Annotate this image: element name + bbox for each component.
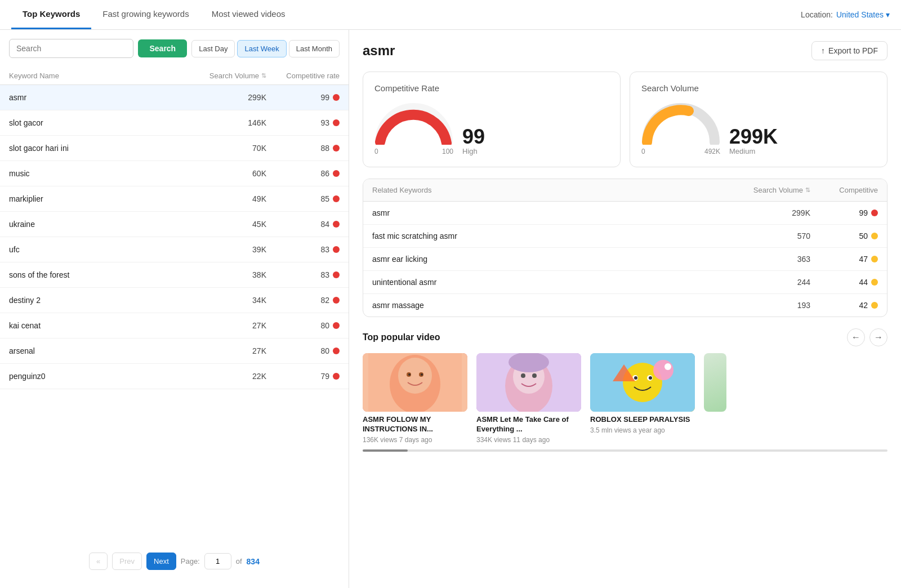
row-rate-value: 88 — [320, 144, 329, 153]
row-rate-value: 80 — [320, 321, 329, 330]
table-row[interactable]: destiny 2 34K 82 — [0, 288, 349, 313]
video-meta: 334K views 11 days ago — [476, 436, 581, 444]
row-search-volume: 34K — [193, 296, 266, 305]
video-thumbnail — [476, 353, 581, 412]
row-rate-value: 80 — [320, 346, 329, 355]
search-button[interactable]: Search — [138, 39, 187, 57]
prev-page-button[interactable]: Prev — [112, 553, 142, 570]
related-keyword-name: asmr ear licking — [372, 255, 731, 264]
related-keyword-volume: 193 — [731, 301, 810, 310]
table-row[interactable]: slot gacor 146K 93 — [0, 110, 349, 136]
main-layout: Search Last Day Last Week Last Month Key… — [0, 30, 901, 588]
row-competitive-rate: 79 — [266, 372, 340, 381]
table-row[interactable]: markiplier 49K 85 — [0, 186, 349, 212]
row-rate-value: 83 — [320, 245, 329, 254]
row-rate-dot — [333, 373, 340, 380]
svg-point-11 — [521, 373, 525, 378]
videos-scrollbar[interactable] — [363, 449, 887, 452]
video-card[interactable]: ASMR FOLLOW MY INSTRUCTIONS IN... 136K v… — [363, 353, 467, 444]
row-keyword-name: penguinz0 — [9, 372, 193, 381]
related-keyword-row[interactable]: asmr massage 193 42 — [363, 294, 887, 317]
video-card[interactable]: ROBLOX SLEEP PARALYSIS 3.5 mln views a y… — [590, 353, 695, 444]
export-pdf-button[interactable]: ↑ Export to PDF — [811, 41, 887, 60]
row-rate-value: 99 — [320, 93, 329, 102]
next-page-button[interactable]: Next — [146, 553, 176, 570]
video-card[interactable]: ASMR Let Me Take Care of Everything ... … — [476, 353, 581, 444]
videos-scrollbar-thumb[interactable] — [363, 449, 408, 452]
related-keyword-volume: 299K — [731, 208, 810, 217]
table-row[interactable]: asmr 299K 99 — [0, 85, 349, 110]
row-competitive-rate: 93 — [266, 118, 340, 127]
related-keyword-row[interactable]: fast mic scratching asmr 570 50 — [363, 225, 887, 248]
row-rate-dot — [333, 322, 340, 329]
table-row[interactable]: arsenal 27K 80 — [0, 338, 349, 364]
last-day-button[interactable]: Last Day — [191, 40, 235, 57]
col-header-rate: Competitive rate — [266, 72, 340, 80]
video-prev-arrow[interactable]: ← — [847, 328, 865, 346]
video-thumbnail — [363, 353, 467, 412]
related-keyword-volume: 570 — [731, 231, 810, 240]
table-row[interactable]: kai cenat 27K 80 — [0, 313, 349, 338]
related-keyword-rate: 50 — [810, 231, 878, 240]
row-rate-dot — [333, 145, 340, 152]
video-meta: 3.5 mln views a year ago — [590, 426, 695, 434]
left-panel: Search Last Day Last Week Last Month Key… — [0, 30, 349, 588]
table-row[interactable]: penguinz0 22K 79 — [0, 364, 349, 389]
table-row[interactable]: ukraine 45K 84 — [0, 212, 349, 237]
video-next-arrow[interactable]: → — [869, 328, 887, 346]
svg-point-21 — [653, 360, 673, 380]
row-keyword-name: destiny 2 — [9, 296, 193, 305]
video-thumbnail — [590, 353, 695, 412]
location-value[interactable]: United States ▾ — [836, 10, 890, 19]
search-volume-card: Search Volume 0 492K — [630, 72, 887, 167]
row-rate-dot — [333, 348, 340, 354]
page-label: Page: — [181, 557, 200, 565]
related-keyword-row[interactable]: asmr ear licking 363 47 — [363, 248, 887, 271]
related-keywords-table: Related Keywords Search Volume ⇅ Competi… — [363, 179, 887, 317]
row-keyword-name: ufc — [9, 245, 193, 254]
last-week-button[interactable]: Last Week — [237, 40, 286, 57]
location-selector: Location: United States ▾ — [801, 10, 890, 19]
first-page-button[interactable]: « — [89, 553, 108, 570]
search-bar: Search Last Day Last Week Last Month — [0, 39, 349, 67]
related-keyword-name: asmr massage — [372, 301, 731, 310]
row-search-volume: 70K — [193, 144, 266, 153]
row-competitive-rate: 88 — [266, 144, 340, 153]
competitive-rate-gauge-labels: 0 100 — [374, 148, 453, 155]
video-card-partial[interactable] — [704, 353, 726, 444]
row-search-volume: 39K — [193, 245, 266, 254]
row-keyword-name: ukraine — [9, 220, 193, 229]
detail-header: asmr ↑ Export to PDF — [363, 41, 887, 60]
related-keyword-row[interactable]: asmr 299K 99 — [363, 202, 887, 225]
competitive-rate-title: Competitive Rate — [374, 83, 609, 93]
row-search-volume: 27K — [193, 346, 266, 355]
search-volume-gauge — [641, 100, 720, 145]
row-rate-value: 86 — [320, 169, 329, 178]
double-left-arrow-icon: « — [96, 557, 100, 565]
competitive-rate-value: 99 — [462, 127, 485, 147]
related-rate-dot — [871, 279, 878, 286]
sort-icon-volume[interactable]: ⇅ — [261, 72, 266, 79]
table-row[interactable]: ufc 39K 83 — [0, 237, 349, 262]
related-rate-dot — [871, 302, 878, 309]
page-input[interactable] — [204, 553, 231, 569]
related-keyword-row[interactable]: unintentional asmr 244 44 — [363, 271, 887, 294]
row-rate-dot — [333, 119, 340, 126]
search-input[interactable] — [9, 39, 133, 58]
tab-most-viewed[interactable]: Most viewed videos — [200, 0, 297, 29]
sort-icon-related-volume[interactable]: ⇅ — [805, 186, 810, 194]
video-title: ASMR FOLLOW MY INSTRUCTIONS IN... — [363, 415, 467, 434]
chevron-down-icon: ▾ — [886, 10, 890, 19]
table-row[interactable]: slot gacor hari ini 70K 88 — [0, 136, 349, 161]
row-rate-dot — [333, 170, 340, 177]
related-rate-value: 99 — [859, 208, 868, 217]
row-rate-dot — [333, 271, 340, 278]
last-month-button[interactable]: Last Month — [289, 40, 340, 57]
table-row[interactable]: sons of the forest 38K 83 — [0, 262, 349, 288]
row-competitive-rate: 99 — [266, 93, 340, 102]
table-row[interactable]: music 60K 86 — [0, 161, 349, 186]
related-rate-dot — [871, 233, 878, 239]
tab-top-keywords[interactable]: Top Keywords — [11, 0, 91, 29]
tab-fast-growing[interactable]: Fast growing keywords — [91, 0, 200, 29]
page-of-label: of — [236, 557, 242, 565]
